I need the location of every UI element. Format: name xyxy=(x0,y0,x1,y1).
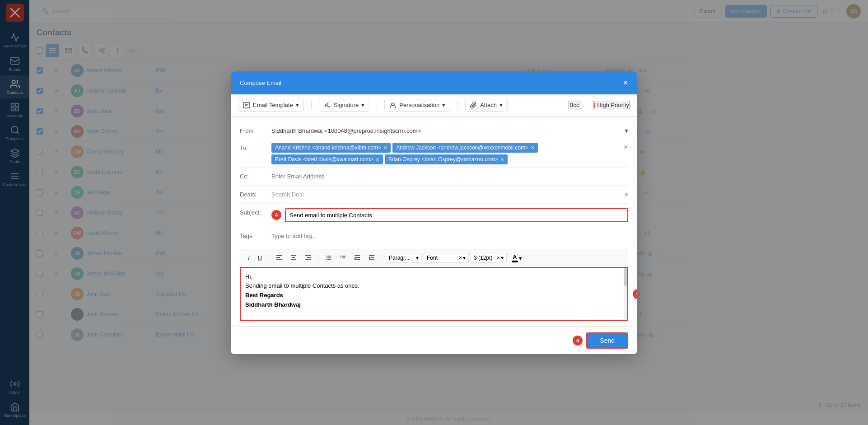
modal-form: From Siddharth Bhardwaj <100048@preprod.… xyxy=(231,117,637,327)
email-tag: Brett Davis <brett.davis@xwalmart.com> × xyxy=(271,154,383,164)
align-left-button[interactable] xyxy=(273,252,285,264)
personalisation-button[interactable]: Personalisation ▾ xyxy=(384,99,450,112)
modal-header: Compose Email × xyxy=(231,71,637,94)
font-select[interactable]: Font × ▾ xyxy=(424,253,469,263)
from-label: From xyxy=(240,125,271,134)
editor-line-regards: Best Regards xyxy=(245,291,617,300)
from-row: From Siddharth Bhardwaj <100048@preprod.… xyxy=(240,122,628,138)
remove-tag-button[interactable]: × xyxy=(383,144,387,151)
editor-scroll-thumb xyxy=(624,268,627,286)
bullet-list-button[interactable] xyxy=(322,252,335,264)
remove-tag-button[interactable]: × xyxy=(531,144,534,151)
numbered-list-button[interactable]: 1.2. xyxy=(336,252,349,264)
high-priority-button[interactable]: | High Priority xyxy=(593,101,630,109)
modal-overlay: Compose Email × Email Template ▾ Signatu… xyxy=(0,0,868,425)
email-tag: Brian Osprey <brian.Osprey@xamazon.com> … xyxy=(385,154,508,164)
align-center-button[interactable] xyxy=(287,252,300,264)
compose-email-modal: Compose Email × Email Template ▾ Signatu… xyxy=(231,71,637,354)
size-select[interactable]: 3 (12pt) × ▾ xyxy=(471,253,507,263)
send-button[interactable]: Send xyxy=(586,332,628,349)
chevron-down-icon: ▾ xyxy=(361,102,364,108)
svg-point-38 xyxy=(326,259,327,260)
deals-row: Deals: Search Deal ▾ xyxy=(240,186,628,204)
chevron-down-icon: ▾ xyxy=(625,127,628,134)
to-tags: Anand Krishna <anand.krishna@xibm.com> ×… xyxy=(271,141,623,164)
svg-rect-23 xyxy=(243,103,250,108)
cc-input[interactable] xyxy=(271,170,628,182)
underline-button[interactable]: U xyxy=(255,253,265,263)
tags-input[interactable] xyxy=(271,230,628,242)
chevron-down-icon: ▾ xyxy=(416,255,419,261)
attach-button[interactable]: Attach ▾ xyxy=(465,99,508,112)
remove-size-icon: × xyxy=(497,255,500,261)
chevron-down-icon: ▾ xyxy=(442,102,445,108)
editor-body[interactable]: Hi, Sending email to multiple Contacts a… xyxy=(240,267,628,321)
from-value: Siddharth Bhardwaj <100048@preprod.insig… xyxy=(271,125,628,134)
remove-tag-button[interactable]: × xyxy=(376,156,379,163)
modal-toolbar: Email Template ▾ Signature ▾ Personalisa… xyxy=(231,94,637,117)
subject-field-wrapper: 4 xyxy=(271,206,628,224)
chevron-down-icon: ▾ xyxy=(501,255,504,261)
editor-line-name: Siddharth Bhardwaj xyxy=(245,300,617,310)
modal-title: Compose Email xyxy=(240,79,281,86)
cc-row: Cc: xyxy=(240,168,628,186)
signature-button[interactable]: Signature ▾ xyxy=(319,99,370,112)
text-color-button[interactable]: A ▾ xyxy=(509,252,525,264)
step4-badge: 4 xyxy=(271,210,281,220)
chevron-down-icon: ▾ xyxy=(463,255,466,261)
editor-content: Hi, Sending email to multiple Contacts a… xyxy=(245,272,623,310)
editor-wrapper: I U xyxy=(240,249,628,321)
email-tag: Andrew Jackson <andrew.jackson@xexxonmob… xyxy=(392,143,538,153)
tags-label: Tags: xyxy=(240,230,271,239)
editor-line-hi: Hi, xyxy=(245,272,617,282)
indent-button[interactable] xyxy=(351,252,364,264)
to-label: To: xyxy=(240,141,271,151)
cc-label: Cc: xyxy=(240,170,271,180)
priority-icon: | xyxy=(594,102,596,108)
remove-font-icon: × xyxy=(459,255,462,261)
chevron-down-icon: ▾ xyxy=(519,255,522,262)
email-tag: Anand Krishna <anand.krishna@xibm.com> × xyxy=(271,143,391,153)
subject-input[interactable] xyxy=(285,208,628,222)
paragraph-select[interactable]: Paragr... ▾ xyxy=(386,253,422,263)
to-row: To: Anand Krishna <anand.krishna@xibm.co… xyxy=(240,138,628,168)
step6-badge: 6 xyxy=(573,336,583,346)
chevron-down-icon: ▾ xyxy=(625,191,628,198)
svg-text:2.: 2. xyxy=(340,256,342,259)
tags-row: Tags: xyxy=(240,227,628,245)
step5-badge: 5 xyxy=(633,289,637,299)
clear-all-recipients-button[interactable]: × xyxy=(623,141,628,152)
svg-point-34 xyxy=(326,256,327,257)
editor-toolbar: I U xyxy=(240,249,628,267)
chevron-down-icon: ▾ xyxy=(296,102,299,108)
email-template-button[interactable]: Email Template ▾ xyxy=(238,99,304,112)
editor-line-body: Sending email to multiple Contacts as on… xyxy=(245,281,617,291)
modal-footer: 6 Send xyxy=(231,327,637,354)
svg-point-36 xyxy=(326,257,327,258)
remove-tag-button[interactable]: × xyxy=(500,156,504,163)
italic-button[interactable]: I xyxy=(245,253,253,263)
subject-label: Subject: xyxy=(240,206,271,216)
deals-select[interactable]: Search Deal ▾ xyxy=(271,188,628,201)
subject-row: Subject: 4 xyxy=(240,204,628,227)
align-right-button[interactable] xyxy=(302,252,314,264)
modal-close-button[interactable]: × xyxy=(623,78,628,88)
chevron-down-icon: ▾ xyxy=(499,102,503,108)
deals-label: Deals: xyxy=(240,188,271,198)
outdent-button[interactable] xyxy=(365,252,378,264)
bcc-button[interactable]: Bcc xyxy=(569,101,580,109)
editor-scrollbar[interactable] xyxy=(624,268,627,320)
